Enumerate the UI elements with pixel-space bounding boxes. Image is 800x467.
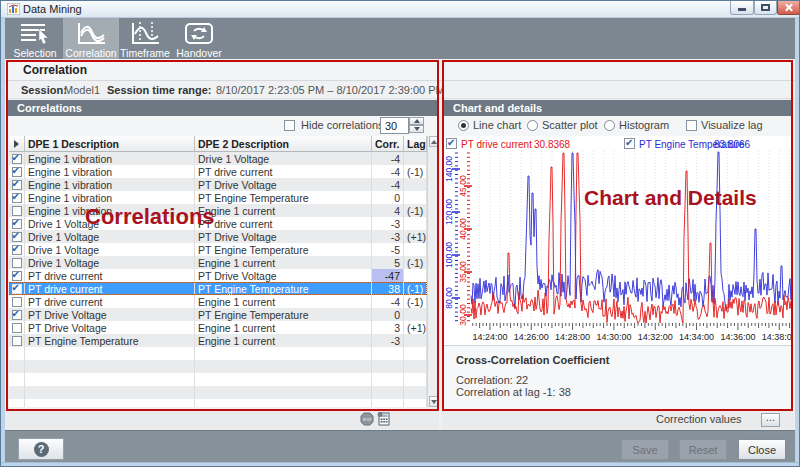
lag-cell[interactable]: (-1) <box>404 282 427 295</box>
table-row[interactable]: Engine 1 vibrationPT drive current-4(-1) <box>9 165 427 178</box>
table-row[interactable]: PT Drive VoltageEngine 1 current3(+1) <box>9 321 427 334</box>
hide-correlations-threshold-input[interactable]: 30 <box>380 117 409 134</box>
row-checkbox[interactable] <box>12 245 22 255</box>
help-button[interactable]: ? <box>18 438 64 460</box>
row-checkbox[interactable] <box>12 284 22 294</box>
lag-cell[interactable] <box>404 334 427 347</box>
lag-cell[interactable] <box>404 152 427 165</box>
dpe1-cell[interactable]: PT Drive Voltage <box>25 321 195 334</box>
dpe2-cell[interactable]: PT Engine Temperature <box>195 191 372 204</box>
lag-cell[interactable]: (+1) <box>404 230 427 243</box>
dpe1-cell[interactable]: PT drive current <box>25 282 195 295</box>
table-row[interactable]: PT drive currentPT Drive Voltage-47 <box>9 269 427 282</box>
lag-cell[interactable]: (-1) <box>404 165 427 178</box>
corr-cell[interactable]: 0 <box>372 308 404 321</box>
row-checkbox[interactable] <box>12 193 22 203</box>
histogram-radio[interactable] <box>604 120 615 131</box>
correction-values-button[interactable] <box>761 413 780 427</box>
row-checkbox[interactable] <box>12 180 22 190</box>
lag-cell[interactable] <box>404 243 427 256</box>
dpe2-cell[interactable]: PT Engine Temperature <box>195 243 372 256</box>
table-scrollbar[interactable] <box>427 136 438 407</box>
timeseries-chart[interactable]: 140.00120.00100.0080.0045.0040.0035.0030… <box>444 151 792 344</box>
dpe2-cell[interactable]: Drive 1 Voltage <box>195 152 372 165</box>
row-checkbox[interactable] <box>12 258 22 268</box>
table-row[interactable]: Drive 1 VoltagePT Drive Voltage-3(+1) <box>9 230 427 243</box>
lag-cell[interactable]: (+1) <box>404 321 427 334</box>
table-row[interactable]: Engine 1 vibrationEngine 1 current4(-1) <box>9 204 427 217</box>
table-row[interactable]: Drive 1 VoltageEngine 1 current5(-1) <box>9 256 427 269</box>
lag-cell[interactable] <box>404 178 427 191</box>
corr-cell[interactable]: -3 <box>372 334 404 347</box>
dpe2-cell[interactable]: Engine 1 current <box>195 295 372 308</box>
dpe1-cell[interactable]: Engine 1 vibration <box>25 165 195 178</box>
hide-correlations-checkbox[interactable] <box>284 120 295 131</box>
row-checkbox[interactable] <box>12 206 22 216</box>
dpe2-cell[interactable]: PT Engine Temperature <box>195 308 372 321</box>
dpe2-cell[interactable]: Engine 1 current <box>195 334 372 347</box>
lag-column-header[interactable]: Lag <box>404 136 427 152</box>
corr-cell[interactable]: -4 <box>372 152 404 165</box>
line-chart-radio[interactable] <box>458 120 469 131</box>
corr-column-header[interactable]: Corr. <box>372 136 404 152</box>
toolbar-correlation-button[interactable]: Correlation <box>63 18 119 59</box>
dpe1-cell[interactable]: PT Drive Voltage <box>25 308 195 321</box>
corr-cell[interactable]: 0 <box>372 191 404 204</box>
row-checkbox[interactable] <box>12 310 22 320</box>
table-row[interactable]: PT Engine TemperatureEngine 1 current-3 <box>9 334 427 347</box>
table-row[interactable]: Engine 1 vibrationPT Engine Temperature0 <box>9 191 427 204</box>
dpe1-cell[interactable]: PT drive current <box>25 295 195 308</box>
row-checkbox[interactable] <box>12 323 22 333</box>
lag-cell[interactable] <box>404 191 427 204</box>
lag-cell[interactable]: (-1) <box>404 204 427 217</box>
lag-cell[interactable] <box>404 269 427 282</box>
row-checkbox[interactable] <box>12 167 22 177</box>
table-row[interactable]: Engine 1 vibrationDrive 1 Voltage-4 <box>9 152 427 165</box>
toolbar-timeframe-button[interactable]: Timeframe <box>119 18 171 59</box>
row-checkbox[interactable] <box>12 154 22 164</box>
dpe2-cell[interactable]: PT drive current <box>195 217 372 230</box>
lag-cell[interactable]: (-1) <box>404 256 427 269</box>
dpe2-cell[interactable]: Engine 1 current <box>195 256 372 269</box>
stop-icon[interactable]: STOP <box>360 412 374 426</box>
dpe1-cell[interactable]: Drive 1 Voltage <box>25 243 195 256</box>
dpe1-cell[interactable]: PT drive current <box>25 269 195 282</box>
reset-button[interactable]: Reset <box>679 439 727 460</box>
dpe1-cell[interactable]: Engine 1 vibration <box>25 204 195 217</box>
scatter-plot-radio[interactable] <box>527 120 538 131</box>
dpe1-cell[interactable]: Drive 1 Voltage <box>25 217 195 230</box>
corr-cell[interactable]: 38 <box>372 282 404 295</box>
table-row[interactable]: Drive 1 VoltagePT Engine Temperature-5 <box>9 243 427 256</box>
corr-cell[interactable]: -3 <box>372 230 404 243</box>
row-checkbox[interactable] <box>12 336 22 346</box>
corr-cell[interactable]: -47 <box>372 269 404 282</box>
dpe2-cell[interactable]: PT Drive Voltage <box>195 230 372 243</box>
row-checkbox[interactable] <box>12 297 22 307</box>
calculator-icon[interactable] <box>377 412 391 426</box>
close-button[interactable]: Close <box>738 439 786 460</box>
row-checkbox[interactable] <box>12 271 22 281</box>
dpe2-cell[interactable]: PT Drive Voltage <box>195 178 372 191</box>
corr-cell[interactable]: 4 <box>372 204 404 217</box>
maximize-button[interactable] <box>754 1 777 15</box>
corr-cell[interactable]: -4 <box>372 295 404 308</box>
toolbar-handover-button[interactable]: Handover <box>171 18 227 59</box>
dpe1-column-header[interactable]: DPE 1 Description <box>25 136 195 152</box>
corr-cell[interactable]: -4 <box>372 178 404 191</box>
dpe2-cell[interactable]: PT drive current <box>195 165 372 178</box>
spinner-up-button[interactable] <box>409 117 424 125</box>
dpe1-cell[interactable]: Engine 1 vibration <box>25 152 195 165</box>
save-button[interactable]: Save <box>621 439 669 460</box>
scroll-up-button[interactable] <box>429 136 438 147</box>
close-window-button[interactable] <box>777 1 800 15</box>
corr-cell[interactable]: -3 <box>372 217 404 230</box>
row-checkbox[interactable] <box>12 232 22 242</box>
row-checkbox[interactable] <box>12 219 22 229</box>
visualize-lag-checkbox[interactable] <box>686 120 697 131</box>
corr-cell[interactable]: -4 <box>372 165 404 178</box>
table-row[interactable]: PT drive currentEngine 1 current-4(-1) <box>9 295 427 308</box>
spinner-down-button[interactable] <box>409 125 424 133</box>
dpe1-cell[interactable]: PT Engine Temperature <box>25 334 195 347</box>
dpe1-cell[interactable]: Engine 1 vibration <box>25 191 195 204</box>
legend-blue-checkbox[interactable] <box>624 138 635 149</box>
